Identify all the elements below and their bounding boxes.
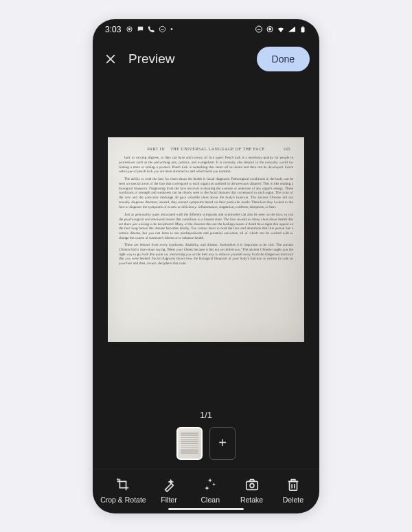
delete-icon: [286, 477, 301, 492]
phone-icon: [147, 25, 155, 34]
scanned-page[interactable]: PART III THE UNIVERSAL LANGUAGE OF THE F…: [108, 137, 304, 341]
thumbnail-strip: +: [93, 427, 319, 470]
filter-button[interactable]: Filter: [150, 477, 187, 504]
svg-rect-8: [301, 27, 305, 32]
scan-page-number: 165: [284, 147, 291, 151]
record-icon: [125, 25, 133, 34]
close-icon: [104, 52, 117, 66]
home-indicator[interactable]: [168, 508, 244, 510]
signal-icon: [288, 25, 296, 34]
page-title: Preview: [128, 51, 247, 67]
status-bar: 3:03 •: [93, 19, 319, 40]
scan-header-title: THE UNIVERSAL LANGUAGE OF THE FACE: [170, 147, 264, 151]
page-thumbnail[interactable]: [176, 427, 203, 460]
scan-paragraph: Just as personality types associated wit…: [119, 212, 293, 240]
dnd-circle-icon: [255, 25, 263, 34]
wifi-icon: [277, 25, 285, 34]
chat-icon: [136, 25, 144, 34]
scan-paragraph: The ability to read the face for clues a…: [119, 176, 293, 209]
crop-rotate-label: Crop & Rotate: [100, 496, 146, 504]
svg-rect-9: [302, 26, 304, 27]
status-time: 3:03: [105, 25, 121, 34]
scan-paragraph: luck in varying degrees, or they can hav…: [119, 155, 293, 174]
filter-icon: [161, 477, 176, 492]
delete-label: Delete: [283, 496, 304, 504]
retake-icon: [244, 477, 260, 492]
delete-button[interactable]: Delete: [275, 477, 312, 504]
record-dot-icon: [266, 25, 274, 34]
svg-point-13: [250, 483, 254, 487]
svg-point-7: [269, 28, 271, 30]
clean-icon: [203, 477, 218, 492]
battery-icon: [299, 25, 307, 34]
plus-icon: +: [218, 435, 227, 451]
thumbnail-preview: [181, 432, 198, 455]
svg-point-1: [128, 28, 130, 30]
svg-rect-12: [246, 481, 258, 489]
status-overflow-dot: •: [170, 25, 173, 33]
clean-button[interactable]: Clean: [192, 477, 229, 504]
app-header: Preview Done: [93, 40, 319, 78]
crop-rotate-button[interactable]: Crop & Rotate: [100, 477, 146, 504]
done-button[interactable]: Done: [257, 47, 310, 71]
phone-frame: 3:03 •: [93, 19, 319, 513]
add-page-button[interactable]: +: [209, 427, 236, 460]
retake-button[interactable]: Retake: [233, 477, 271, 504]
retake-label: Retake: [240, 496, 263, 504]
page-counter: 1/1: [93, 399, 319, 427]
scan-header-part: PART III: [147, 147, 165, 151]
filter-label: Filter: [161, 496, 176, 504]
clean-label: Clean: [201, 496, 220, 504]
bottom-toolbar: Crop & Rotate Filter Clean Retake Delete: [93, 470, 319, 513]
preview-area: PART III THE UNIVERSAL LANGUAGE OF THE F…: [93, 78, 319, 399]
dnd-icon: [158, 25, 166, 34]
crop-rotate-icon: [115, 477, 130, 492]
scan-paragraph: There are lessons from every syndrome, d…: [119, 242, 293, 266]
status-notif-icons: [125, 25, 166, 34]
svg-rect-14: [289, 481, 297, 490]
close-button[interactable]: [102, 51, 119, 67]
